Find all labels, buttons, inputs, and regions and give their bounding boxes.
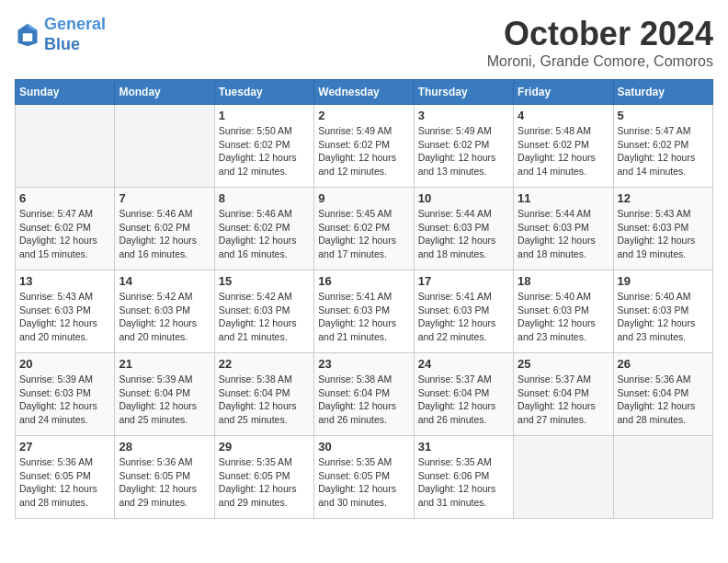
calendar-cell: 13Sunrise: 5:43 AM Sunset: 6:03 PM Dayli… bbox=[16, 270, 115, 353]
day-number: 7 bbox=[119, 191, 210, 205]
calendar-cell: 14Sunrise: 5:42 AM Sunset: 6:03 PM Dayli… bbox=[115, 270, 214, 353]
calendar-cell: 16Sunrise: 5:41 AM Sunset: 6:03 PM Dayli… bbox=[314, 270, 414, 353]
day-number: 21 bbox=[119, 357, 210, 371]
day-number: 13 bbox=[19, 274, 110, 288]
day-number: 10 bbox=[418, 191, 509, 205]
calendar-cell: 11Sunrise: 5:44 AM Sunset: 6:03 PM Dayli… bbox=[514, 188, 613, 270]
weekday-header-saturday: Saturday bbox=[613, 80, 712, 105]
day-number: 26 bbox=[618, 357, 709, 371]
day-number: 2 bbox=[318, 109, 409, 122]
logo-blue: Blue bbox=[44, 35, 80, 53]
calendar-cell: 9Sunrise: 5:45 AM Sunset: 6:02 PM Daylig… bbox=[314, 188, 414, 270]
calendar-cell: 22Sunrise: 5:38 AM Sunset: 6:04 PM Dayli… bbox=[214, 353, 313, 436]
calendar-cell: 1Sunrise: 5:50 AM Sunset: 6:02 PM Daylig… bbox=[214, 105, 313, 188]
calendar-cell: 2Sunrise: 5:49 AM Sunset: 6:02 PM Daylig… bbox=[314, 105, 414, 188]
day-number: 28 bbox=[119, 440, 210, 454]
day-number: 25 bbox=[518, 357, 609, 371]
day-number: 8 bbox=[219, 191, 310, 205]
calendar-cell bbox=[16, 105, 115, 188]
day-number: 4 bbox=[518, 109, 609, 122]
weekday-header-thursday: Thursday bbox=[414, 80, 513, 105]
day-info: Sunrise: 5:42 AM Sunset: 6:03 PM Dayligh… bbox=[119, 290, 210, 344]
calendar-cell: 23Sunrise: 5:38 AM Sunset: 6:04 PM Dayli… bbox=[314, 353, 414, 436]
day-number: 22 bbox=[219, 357, 310, 371]
calendar-cell bbox=[613, 436, 712, 519]
calendar-cell bbox=[514, 436, 613, 519]
calendar-cell: 27Sunrise: 5:36 AM Sunset: 6:05 PM Dayli… bbox=[16, 436, 115, 519]
calendar-cell: 21Sunrise: 5:39 AM Sunset: 6:04 PM Dayli… bbox=[115, 353, 214, 436]
weekday-header-wednesday: Wednesday bbox=[314, 80, 414, 105]
day-info: Sunrise: 5:44 AM Sunset: 6:03 PM Dayligh… bbox=[418, 207, 509, 261]
calendar-week-row: 1Sunrise: 5:50 AM Sunset: 6:02 PM Daylig… bbox=[16, 105, 713, 188]
calendar-cell: 20Sunrise: 5:39 AM Sunset: 6:03 PM Dayli… bbox=[16, 353, 115, 436]
day-info: Sunrise: 5:48 AM Sunset: 6:02 PM Dayligh… bbox=[518, 124, 609, 178]
calendar-cell: 29Sunrise: 5:35 AM Sunset: 6:05 PM Dayli… bbox=[214, 436, 313, 519]
calendar-cell: 18Sunrise: 5:40 AM Sunset: 6:03 PM Dayli… bbox=[514, 270, 613, 353]
logo-icon bbox=[15, 22, 40, 48]
day-info: Sunrise: 5:50 AM Sunset: 6:02 PM Dayligh… bbox=[219, 124, 310, 178]
day-info: Sunrise: 5:47 AM Sunset: 6:02 PM Dayligh… bbox=[19, 207, 110, 261]
calendar-week-row: 6Sunrise: 5:47 AM Sunset: 6:02 PM Daylig… bbox=[16, 188, 713, 270]
svg-rect-2 bbox=[23, 33, 33, 41]
day-number: 15 bbox=[219, 274, 310, 288]
day-info: Sunrise: 5:43 AM Sunset: 6:03 PM Dayligh… bbox=[19, 290, 110, 344]
location: Moroni, Grande Comore, Comoros bbox=[487, 53, 713, 70]
day-number: 20 bbox=[19, 357, 110, 371]
day-number: 9 bbox=[318, 191, 409, 205]
logo: General Blue bbox=[15, 15, 106, 54]
calendar-cell: 3Sunrise: 5:49 AM Sunset: 6:02 PM Daylig… bbox=[414, 105, 513, 188]
calendar-cell: 7Sunrise: 5:46 AM Sunset: 6:02 PM Daylig… bbox=[115, 188, 214, 270]
weekday-header-monday: Monday bbox=[115, 80, 214, 105]
calendar-cell: 8Sunrise: 5:46 AM Sunset: 6:02 PM Daylig… bbox=[214, 188, 313, 270]
day-number: 6 bbox=[19, 191, 110, 205]
day-number: 24 bbox=[418, 357, 509, 371]
calendar-cell: 28Sunrise: 5:36 AM Sunset: 6:05 PM Dayli… bbox=[115, 436, 214, 519]
day-number: 23 bbox=[318, 357, 409, 371]
day-number: 27 bbox=[19, 440, 110, 454]
day-number: 3 bbox=[418, 109, 509, 122]
day-info: Sunrise: 5:45 AM Sunset: 6:02 PM Dayligh… bbox=[318, 207, 409, 261]
calendar-cell bbox=[115, 105, 214, 188]
day-info: Sunrise: 5:40 AM Sunset: 6:03 PM Dayligh… bbox=[518, 290, 609, 344]
weekday-header-tuesday: Tuesday bbox=[214, 80, 313, 105]
calendar-cell: 5Sunrise: 5:47 AM Sunset: 6:02 PM Daylig… bbox=[613, 105, 712, 188]
day-info: Sunrise: 5:39 AM Sunset: 6:03 PM Dayligh… bbox=[19, 373, 110, 427]
calendar-cell: 4Sunrise: 5:48 AM Sunset: 6:02 PM Daylig… bbox=[514, 105, 613, 188]
calendar-cell: 12Sunrise: 5:43 AM Sunset: 6:03 PM Dayli… bbox=[613, 188, 712, 270]
day-info: Sunrise: 5:47 AM Sunset: 6:02 PM Dayligh… bbox=[618, 124, 709, 178]
day-info: Sunrise: 5:42 AM Sunset: 6:03 PM Dayligh… bbox=[219, 290, 310, 344]
day-info: Sunrise: 5:35 AM Sunset: 6:06 PM Dayligh… bbox=[418, 455, 509, 510]
day-number: 12 bbox=[618, 191, 709, 205]
calendar-cell: 10Sunrise: 5:44 AM Sunset: 6:03 PM Dayli… bbox=[414, 188, 513, 270]
day-info: Sunrise: 5:36 AM Sunset: 6:05 PM Dayligh… bbox=[119, 455, 210, 510]
day-number: 1 bbox=[219, 109, 310, 122]
calendar-cell: 19Sunrise: 5:40 AM Sunset: 6:03 PM Dayli… bbox=[613, 270, 712, 353]
day-info: Sunrise: 5:41 AM Sunset: 6:03 PM Dayligh… bbox=[418, 290, 509, 344]
calendar-cell: 25Sunrise: 5:37 AM Sunset: 6:04 PM Dayli… bbox=[514, 353, 613, 436]
day-info: Sunrise: 5:49 AM Sunset: 6:02 PM Dayligh… bbox=[418, 124, 509, 178]
day-number: 29 bbox=[219, 440, 310, 454]
day-info: Sunrise: 5:43 AM Sunset: 6:03 PM Dayligh… bbox=[618, 207, 709, 261]
day-number: 5 bbox=[618, 109, 709, 122]
day-number: 18 bbox=[518, 274, 609, 288]
calendar-cell: 24Sunrise: 5:37 AM Sunset: 6:04 PM Dayli… bbox=[414, 353, 513, 436]
day-info: Sunrise: 5:44 AM Sunset: 6:03 PM Dayligh… bbox=[518, 207, 609, 261]
day-info: Sunrise: 5:41 AM Sunset: 6:03 PM Dayligh… bbox=[318, 290, 409, 344]
day-number: 11 bbox=[518, 191, 609, 205]
day-info: Sunrise: 5:46 AM Sunset: 6:02 PM Dayligh… bbox=[119, 207, 210, 261]
day-info: Sunrise: 5:49 AM Sunset: 6:02 PM Dayligh… bbox=[318, 124, 409, 178]
calendar-week-row: 27Sunrise: 5:36 AM Sunset: 6:05 PM Dayli… bbox=[16, 436, 713, 519]
day-info: Sunrise: 5:46 AM Sunset: 6:02 PM Dayligh… bbox=[219, 207, 310, 261]
day-number: 17 bbox=[418, 274, 509, 288]
calendar-table: SundayMondayTuesdayWednesdayThursdayFrid… bbox=[15, 79, 713, 519]
logo-general: General bbox=[44, 15, 106, 33]
calendar-cell: 6Sunrise: 5:47 AM Sunset: 6:02 PM Daylig… bbox=[16, 188, 115, 270]
weekday-header-row: SundayMondayTuesdayWednesdayThursdayFrid… bbox=[16, 80, 713, 105]
day-number: 30 bbox=[318, 440, 409, 454]
day-info: Sunrise: 5:35 AM Sunset: 6:05 PM Dayligh… bbox=[219, 455, 310, 510]
calendar-cell: 31Sunrise: 5:35 AM Sunset: 6:06 PM Dayli… bbox=[414, 436, 513, 519]
day-info: Sunrise: 5:36 AM Sunset: 6:05 PM Dayligh… bbox=[19, 455, 110, 510]
day-info: Sunrise: 5:38 AM Sunset: 6:04 PM Dayligh… bbox=[318, 373, 409, 427]
day-number: 14 bbox=[119, 274, 210, 288]
day-info: Sunrise: 5:36 AM Sunset: 6:04 PM Dayligh… bbox=[618, 373, 709, 427]
